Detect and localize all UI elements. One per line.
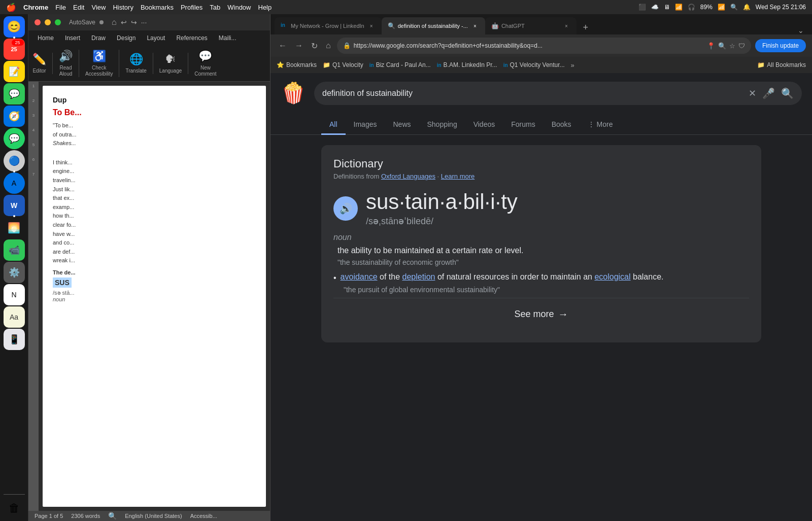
google-logo[interactable]: 🍿 bbox=[281, 81, 306, 105]
location-icon[interactable]: 📍 bbox=[707, 42, 715, 50]
tab-references[interactable]: References bbox=[171, 32, 212, 44]
dock-ios[interactable]: 📱 bbox=[4, 329, 25, 350]
search-tab-shopping[interactable]: Shopping bbox=[419, 115, 465, 135]
see-more-section[interactable]: See more → bbox=[333, 298, 749, 330]
word-redo-icon[interactable]: ↪ bbox=[131, 18, 137, 26]
menu-bookmarks[interactable]: Bookmarks bbox=[141, 4, 174, 11]
dock-messages[interactable]: 💬 bbox=[4, 83, 25, 105]
doc-noun: noun bbox=[53, 296, 256, 302]
tab-linkedin[interactable]: in My Network - Grow | LinkedIn × bbox=[275, 17, 382, 34]
bookmarks-overflow[interactable]: » bbox=[571, 61, 574, 69]
dock-settings[interactable]: ⚙️ bbox=[4, 262, 25, 283]
tab-linkedin-close[interactable]: × bbox=[367, 22, 376, 30]
url-bar[interactable]: 🔒 https://www.google.com/search?q=defini… bbox=[337, 38, 751, 54]
dock-finder[interactable]: 😊 bbox=[4, 16, 25, 38]
audio-play-button[interactable]: 🔊 bbox=[333, 196, 358, 221]
window-maximize[interactable] bbox=[55, 19, 61, 25]
dock-appstore[interactable]: A bbox=[4, 172, 25, 194]
dock-facetime[interactable]: 📹 bbox=[4, 239, 25, 261]
menu-chrome[interactable]: Chrome bbox=[23, 4, 48, 11]
menu-view[interactable]: View bbox=[91, 4, 106, 11]
search-clear-icon[interactable]: ✕ bbox=[749, 88, 756, 99]
dock-notes[interactable]: 📝 bbox=[4, 61, 25, 82]
language-icon[interactable]: 🗣 bbox=[165, 53, 176, 66]
search-bar[interactable]: definition of sustainability ✕ 🎤 🔍 bbox=[314, 82, 802, 105]
search-tab-images[interactable]: Images bbox=[346, 115, 385, 135]
menu-profiles[interactable]: Profiles bbox=[181, 4, 202, 11]
read-aloud-icon[interactable]: 🔊 bbox=[59, 50, 73, 63]
menu-help[interactable]: Help bbox=[258, 4, 272, 11]
refresh-button[interactable]: ↻ bbox=[309, 39, 320, 53]
dock-photos[interactable]: 🌅 bbox=[4, 217, 25, 238]
search-tab-forums[interactable]: Forums bbox=[503, 115, 543, 135]
shield-icon[interactable]: 🛡 bbox=[738, 42, 745, 50]
home-button[interactable]: ⌂ bbox=[324, 39, 333, 52]
window-minimize[interactable] bbox=[45, 19, 51, 25]
dock-trash[interactable]: 🗑 bbox=[4, 498, 25, 519]
menu-file[interactable]: File bbox=[55, 4, 66, 11]
search-tab-books[interactable]: Books bbox=[544, 115, 580, 135]
translate-icon[interactable]: 🌐 bbox=[129, 53, 143, 66]
dock-whatsapp[interactable]: 💬 bbox=[4, 128, 25, 149]
bookmark-bookmarks[interactable]: ⭐ Bookmarks bbox=[277, 61, 317, 68]
oxford-link[interactable]: Oxford Languages bbox=[381, 172, 435, 180]
search-icon[interactable]: 🔍 bbox=[730, 4, 738, 11]
search-voice-icon[interactable]: 🎤 bbox=[762, 87, 775, 99]
dock-chrome[interactable]: 🔵 bbox=[4, 150, 25, 171]
search-tab-all[interactable]: All bbox=[321, 115, 346, 135]
window-close[interactable] bbox=[35, 19, 41, 25]
apple-menu[interactable]: 🍎 bbox=[6, 3, 16, 12]
forward-button[interactable]: → bbox=[293, 39, 305, 52]
finish-update-button[interactable]: Finish update bbox=[755, 39, 806, 52]
word-home-icon[interactable]: ⌂ bbox=[112, 18, 117, 27]
word-proofing-icon[interactable]: 🔍 bbox=[108, 512, 117, 520]
new-tab-button[interactable]: + bbox=[579, 20, 593, 34]
menu-window[interactable]: Window bbox=[227, 4, 251, 11]
tab-home[interactable]: Home bbox=[32, 32, 59, 44]
tab-draw[interactable]: Draw bbox=[86, 32, 111, 44]
tab-mail[interactable]: Maili... bbox=[214, 32, 242, 44]
back-button[interactable]: ← bbox=[277, 39, 289, 52]
accessibility-icon[interactable]: ♿ bbox=[92, 50, 106, 63]
see-more-label: See more bbox=[514, 309, 554, 320]
dock-word[interactable]: W bbox=[4, 195, 25, 216]
tab-google[interactable]: 🔍 definition of sustainability -... × bbox=[382, 17, 485, 34]
search-tab-more[interactable]: ⋮ More bbox=[580, 115, 621, 135]
menu-tab[interactable]: Tab bbox=[210, 4, 220, 11]
search-tab-videos[interactable]: Videos bbox=[465, 115, 503, 135]
tab-insert[interactable]: Insert bbox=[60, 32, 85, 44]
menu-edit[interactable]: Edit bbox=[73, 4, 84, 11]
word-more-icon[interactable]: ··· bbox=[141, 18, 147, 26]
ecological-link[interactable]: ecological bbox=[594, 272, 630, 281]
dock-calendar[interactable]: 25 bbox=[4, 39, 25, 60]
dock-safari[interactable]: 🧭 bbox=[4, 106, 25, 127]
menu-history[interactable]: History bbox=[113, 4, 133, 11]
bookmark-bam[interactable]: in B.AM. LinkedIn Pr... bbox=[437, 61, 497, 68]
editor-icon[interactable]: ✏️ bbox=[32, 53, 46, 66]
tab-bar-right: ⌄ bbox=[794, 26, 808, 34]
bullet-dot: • bbox=[333, 273, 336, 283]
notification-icon[interactable]: 🔔 bbox=[743, 4, 751, 11]
tab-layout[interactable]: Layout bbox=[142, 32, 170, 44]
word-undo-icon[interactable]: ↩ bbox=[121, 18, 127, 26]
search-lens-btn[interactable]: 🔍 bbox=[781, 87, 794, 99]
all-bookmarks-button[interactable]: 📁 All Bookmarks bbox=[757, 61, 806, 68]
tab-google-close[interactable]: × bbox=[471, 22, 479, 30]
bookmark-q1-venture[interactable]: in Q1 Velocity Ventur... bbox=[503, 61, 565, 68]
bookmark-biz-card[interactable]: in Biz Card - Paul An... bbox=[369, 61, 431, 68]
tab-chatgpt[interactable]: 🤖 ChatGPT × bbox=[485, 17, 577, 34]
tab-chatgpt-close[interactable]: × bbox=[562, 22, 570, 30]
tab-design[interactable]: Design bbox=[112, 32, 141, 44]
depletion-link[interactable]: depletion bbox=[402, 272, 435, 281]
search-tab-news[interactable]: News bbox=[385, 115, 419, 135]
dock-notion[interactable]: N bbox=[4, 284, 25, 305]
bookmark-q1-velocity[interactable]: 📁 Q1 Velocity bbox=[323, 61, 363, 68]
search-lens-icon[interactable]: 🔍 bbox=[718, 42, 726, 50]
bookmark-star-icon[interactable]: ☆ bbox=[729, 42, 735, 50]
learn-more-link[interactable]: Learn more bbox=[441, 172, 475, 180]
new-comment-icon[interactable]: 💬 bbox=[198, 50, 212, 63]
tab-list-icon[interactable]: ⌄ bbox=[798, 26, 804, 34]
avoidance-link[interactable]: avoidance bbox=[341, 272, 378, 281]
see-more-button[interactable]: See more → bbox=[514, 308, 568, 320]
dock-fontbook[interactable]: Aa bbox=[4, 306, 25, 328]
